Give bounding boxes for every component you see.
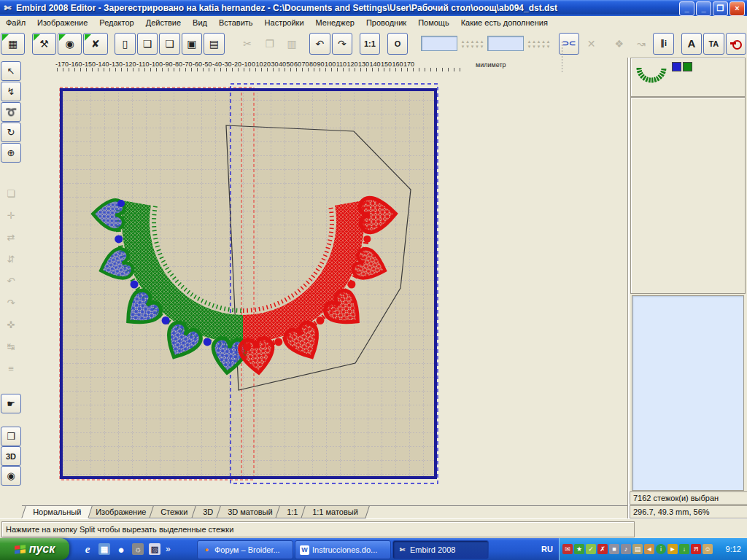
menu-insert[interactable]: Вставить xyxy=(213,16,259,29)
design-canvas[interactable] xyxy=(22,73,627,505)
tray-audio-icon[interactable]: ♪ xyxy=(621,544,631,554)
design-list-panel[interactable] xyxy=(630,58,746,97)
paste-icon: ▥ xyxy=(287,38,297,50)
language-indicator[interactable]: RU xyxy=(541,538,553,560)
tab-normal[interactable]: Нормальный xyxy=(21,506,93,518)
quick-launch-overflow[interactable]: » xyxy=(166,544,171,555)
menu-image[interactable]: Изображение xyxy=(31,16,93,29)
undo-button[interactable]: ↶ xyxy=(309,33,330,55)
firefox-icon[interactable]: ● xyxy=(115,543,127,555)
cut-button: ✂ xyxy=(237,33,258,55)
save-button[interactable]: ▣ xyxy=(182,33,203,55)
settings-icon[interactable]: ☼ xyxy=(132,543,144,555)
print-button[interactable]: ▤ xyxy=(204,33,225,55)
menu-explorer[interactable]: Проводник xyxy=(360,16,412,29)
restore-button[interactable]: ❐ xyxy=(713,1,728,16)
font-tool-button[interactable]: TA xyxy=(703,33,724,55)
studio-switch-button[interactable]: ⚒ xyxy=(32,33,56,55)
align-vertical-button: ≡ xyxy=(1,359,21,378)
zoom-tool-button[interactable]: ⊕ xyxy=(1,143,21,163)
order-edit-field-1[interactable] xyxy=(421,36,457,51)
mouse-pointer-icon: ☛ xyxy=(7,398,15,409)
tab-image[interactable]: Изображение xyxy=(84,506,158,518)
menu-view[interactable]: Вид xyxy=(187,16,213,29)
object-list-panel[interactable] xyxy=(630,97,746,294)
zoom-1-1-button[interactable]: 1:1 xyxy=(360,33,381,55)
rotate-icon: ↻ xyxy=(7,127,15,138)
tab-3d-matte[interactable]: 3D матовый xyxy=(216,506,284,518)
right-panel-divider[interactable] xyxy=(627,58,630,537)
resize-tool-button: ❏ xyxy=(1,184,21,203)
start-button[interactable]: пуск xyxy=(0,538,69,560)
task-embird[interactable]: ✄ Embird 2008 xyxy=(392,540,489,559)
tray-misc-icon[interactable]: ☺ xyxy=(703,544,713,554)
preview-panel[interactable] xyxy=(632,295,744,491)
show-desktop-icon[interactable]: ▦ xyxy=(98,543,110,555)
split-icon: ⊃⊂ xyxy=(562,39,576,48)
tray-printer-icon[interactable]: ▤ xyxy=(632,544,643,554)
tray-info-icon[interactable]: i xyxy=(656,544,666,554)
manager-switch-button[interactable]: ▦ xyxy=(1,33,25,55)
stitch-list-button[interactable]: ∥i xyxy=(653,33,674,55)
password-button[interactable] xyxy=(726,33,747,55)
preview-button[interactable]: ◉ xyxy=(1,466,21,486)
redo-button[interactable]: ↷ xyxy=(332,33,353,55)
menu-file[interactable]: Файл xyxy=(0,16,31,29)
main-toolbar: ▦ ⚒ ◉ ✘ ▯ ❏ ❏ ▣ ▤ ✂ ❐ ▥ ↶ ↷ 1:1 O ▴▾ ▴▾ … xyxy=(0,29,747,58)
horizontal-ruler-labels: -170 -160 -150 -140 -130 -120 -110 -100 … xyxy=(55,61,475,68)
close-button[interactable]: × xyxy=(729,1,745,16)
mouse-mode-button[interactable]: ☛ xyxy=(1,394,21,413)
manager-icon: ▦ xyxy=(8,38,18,50)
new-file-button[interactable]: ▯ xyxy=(115,33,136,55)
ie-icon[interactable]: e xyxy=(82,543,93,555)
select-tool-button[interactable]: ↖ xyxy=(1,61,21,81)
menu-action[interactable]: Действие xyxy=(140,16,187,29)
stitch-select-tool-button[interactable]: ↯ xyxy=(1,82,21,101)
cross-stitch-switch-button[interactable]: ✘ xyxy=(83,33,107,55)
lasso-tool-button[interactable]: ➰ xyxy=(1,102,21,122)
window-mode-button[interactable]: ❒ xyxy=(1,427,21,446)
menu-bar: Файл Изображение Редактор Действие Вид В… xyxy=(0,16,747,30)
menu-addons[interactable]: Какие есть дополнения xyxy=(455,16,554,29)
tray-play-icon[interactable]: ► xyxy=(667,544,678,554)
cursor-icon: ↖ xyxy=(7,66,15,77)
menu-settings[interactable]: Настройки xyxy=(259,16,310,29)
key-icon xyxy=(730,40,742,47)
tray-check-icon[interactable]: ✓ xyxy=(586,544,596,554)
rotate-right-icon: ↷ xyxy=(7,298,15,308)
tray-mail-icon[interactable]: ✉ xyxy=(562,544,573,554)
rotate-left-button: ↶ xyxy=(1,271,21,291)
minimize-button[interactable]: _ xyxy=(679,1,694,16)
tray-window-icon[interactable]: ■ xyxy=(609,544,619,554)
save-icon: ▣ xyxy=(187,38,196,50)
order-edit-field-2[interactable] xyxy=(487,36,523,51)
rotate-tool-button[interactable]: ↻ xyxy=(1,122,21,142)
tray-yandex-icon[interactable]: Я xyxy=(691,544,701,554)
menu-help[interactable]: Помощь xyxy=(412,16,455,29)
tab-1-1-matte[interactable]: 1:1 матовый xyxy=(301,506,370,518)
menu-editor[interactable]: Редактор xyxy=(93,16,139,29)
tray-volume-icon[interactable]: ◄ xyxy=(644,544,654,554)
tray-badge-icon[interactable]: ★ xyxy=(574,544,584,554)
task-forum[interactable]: ● Форум – Broider... xyxy=(197,540,293,559)
editor-icon[interactable]: ▨ xyxy=(149,543,160,555)
merge-file-button[interactable]: ❏ xyxy=(159,33,180,55)
task-instrucciones[interactable]: W Instrucciones.do... xyxy=(295,540,391,559)
window-icon: ❒ xyxy=(7,431,15,442)
align-vertical-icon: ≡ xyxy=(8,363,14,374)
color-chip-blue[interactable] xyxy=(672,62,681,71)
iconizer-switch-button[interactable]: ◉ xyxy=(58,33,82,55)
tray-download-icon[interactable]: ↓ xyxy=(679,544,689,554)
menu-manager[interactable]: Менеджер xyxy=(310,16,360,29)
view-tabs: Нормальный Изображение Стежки 3D 3D мато… xyxy=(22,505,627,519)
stitch-count-status: 7162 стежок(и) выбран xyxy=(630,491,747,505)
design-thumbnail[interactable] xyxy=(635,62,668,91)
hoop-button[interactable]: O xyxy=(387,33,409,55)
tray-shield-icon[interactable]: ✗ xyxy=(597,544,608,554)
color-chip-green[interactable] xyxy=(683,62,692,71)
open-file-button[interactable]: ❏ xyxy=(137,33,158,55)
title-bar: ✄ Embird 2008 Editor - Зарегестрировано … xyxy=(0,0,747,16)
text-tool-button[interactable]: A xyxy=(681,33,703,55)
minimize-secondary-button[interactable]: _ xyxy=(696,1,711,16)
view-3d-button[interactable]: 3D xyxy=(1,446,21,466)
